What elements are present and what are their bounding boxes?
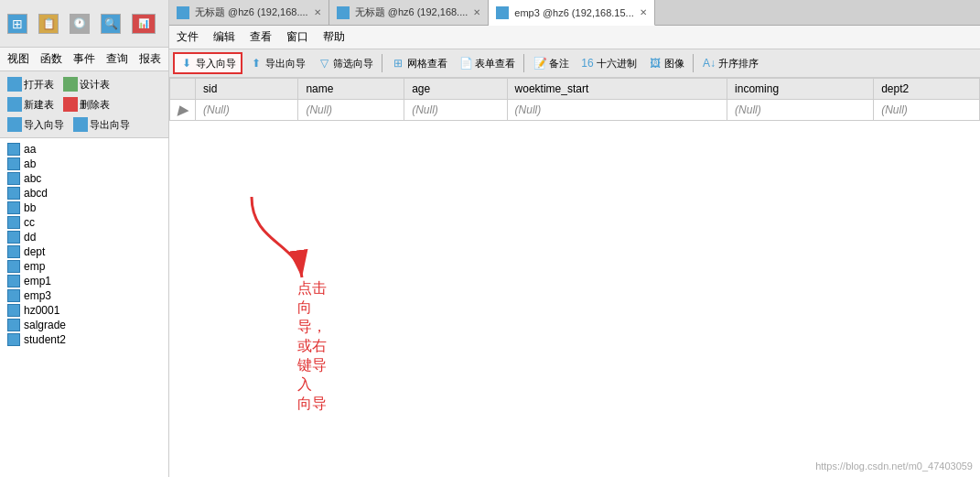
table-list-item[interactable]: abcd [0, 186, 168, 201]
sidebar-icon-1[interactable]: ⊞ [4, 12, 31, 36]
export-wizard-icon: ⬆ [249, 56, 264, 70]
table-area[interactable]: sid name age woektime_start incoming dep… [169, 78, 980, 477]
col-woektime-start[interactable]: woektime_start [507, 79, 727, 100]
cell-woektime[interactable]: (Null) [507, 100, 727, 121]
toolbar-separator-2 [523, 54, 524, 72]
tab-close-0[interactable]: ✕ [314, 7, 321, 17]
table-item-icon [7, 245, 20, 258]
sort-icon: A↓ [702, 56, 716, 70]
tab-icon-2 [496, 6, 509, 19]
export-wizard-button[interactable]: ⬆ 导出向导 [244, 54, 310, 72]
grid-view-button[interactable]: ⊞ 网格查看 [386, 54, 452, 72]
table-list-item[interactable]: dd [0, 230, 168, 244]
menu-edit[interactable]: 编辑 [213, 29, 235, 45]
col-dept2[interactable]: dept2 [874, 79, 980, 100]
export-wizard-sidebar-icon [73, 117, 88, 132]
import-wizard-sidebar-button[interactable]: 导入向导 [4, 115, 68, 134]
table-item-icon [7, 319, 20, 331]
import-wizard-button[interactable]: ⬇ 导入向导 [173, 52, 242, 74]
table-item-icon [7, 201, 20, 214]
new-table-button[interactable]: 新建表 [4, 95, 58, 114]
sidebar-menu-functions[interactable]: 函数 [40, 51, 62, 67]
cell-dept2[interactable]: (Null) [874, 100, 980, 121]
col-indicator [170, 79, 196, 100]
annotation-arrow [224, 188, 334, 288]
table-item-icon [7, 216, 20, 229]
note-icon: 📝 [533, 56, 547, 70]
design-table-button[interactable]: 设计表 [59, 75, 113, 93]
tab-1[interactable]: 无标题 @hz6 (192,168.... ✕ [329, 0, 490, 25]
menu-view[interactable]: 查看 [250, 29, 272, 45]
menu-bar: 文件 编辑 查看 窗口 帮助 [169, 26, 980, 49]
toolbar-separator-3 [693, 54, 694, 72]
tab-0[interactable]: 无标题 @hz6 (192,168.... ✕ [169, 0, 329, 25]
table-list-item[interactable]: student2 [0, 332, 168, 347]
table-list-item[interactable]: dept [0, 244, 168, 259]
col-name[interactable]: name [298, 79, 404, 100]
cell-name[interactable]: (Null) [298, 100, 404, 121]
open-table-button[interactable]: 打开表 [4, 75, 58, 93]
col-age[interactable]: age [404, 79, 507, 100]
toolbar-separator-1 [382, 54, 382, 72]
import-wizard-sidebar-icon [7, 117, 22, 132]
watermark: https://blog.csdn.net/m0_47403059 [815, 461, 973, 472]
table-item-icon [7, 172, 20, 185]
data-table: sid name age woektime_start incoming dep… [169, 78, 980, 121]
sidebar-icon-3[interactable]: 🕐 [66, 12, 93, 36]
tab-close-2[interactable]: ✕ [640, 7, 647, 17]
table-list-item[interactable]: cc [0, 215, 168, 230]
sidebar-menu-query[interactable]: 查询 [106, 51, 128, 67]
tab-icon-0 [177, 6, 189, 19]
table-item-icon [7, 333, 20, 346]
col-incoming[interactable]: incoming [727, 79, 874, 100]
cell-age[interactable]: (Null) [404, 100, 507, 121]
row-indicator: ▶ [170, 100, 196, 121]
tab-bar: 无标题 @hz6 (192,168.... ✕ 无标题 @hz6 (192,16… [169, 0, 980, 26]
table-row[interactable]: ▶ (Null) (Null) (Null) (Null) (Null) (Nu… [170, 100, 980, 121]
sort-button[interactable]: A↓ 升序排序 [697, 54, 763, 72]
table-list-item[interactable]: salgrade [0, 318, 168, 332]
table-list-item[interactable]: aa [0, 142, 168, 157]
delete-table-button[interactable]: 删除表 [59, 95, 113, 114]
table-list-item[interactable]: abc [0, 171, 168, 186]
table-item-icon [7, 260, 20, 273]
table-item-icon [7, 275, 20, 287]
main-area: 无标题 @hz6 (192,168.... ✕ 无标题 @hz6 (192,16… [169, 0, 980, 477]
new-table-icon [7, 97, 22, 112]
tab-2[interactable]: emp3 @hz6 (192,168.15... ✕ [489, 0, 654, 26]
sidebar-icon-5[interactable]: 📊 [128, 12, 159, 36]
table-list-item[interactable]: emp [0, 259, 168, 274]
hex-button[interactable]: 16 十六进制 [576, 54, 641, 72]
cell-incoming[interactable]: (Null) [727, 100, 874, 121]
col-sid[interactable]: sid [196, 79, 298, 100]
table-list-item[interactable]: emp1 [0, 274, 168, 288]
table-list-item[interactable]: bb [0, 201, 168, 215]
menu-window[interactable]: 窗口 [286, 29, 308, 45]
sidebar-menu-view[interactable]: 视图 [7, 51, 29, 67]
table-list-item[interactable]: emp3 [0, 288, 168, 303]
sidebar-menu-events[interactable]: 事件 [73, 51, 95, 67]
cell-sid[interactable]: (Null) [196, 100, 298, 121]
table-list-item[interactable]: hz0001 [0, 303, 168, 318]
main-toolbar: ⬇ 导入向导 ⬆ 导出向导 ▽ 筛选向导 ⊞ 网格查看 📄 表单查看 📝 备注 … [169, 49, 980, 78]
table-item-icon [7, 187, 20, 200]
filter-icon: ▽ [317, 56, 331, 70]
tab-icon-1 [337, 6, 350, 19]
note-button[interactable]: 📝 备注 [528, 54, 574, 72]
table-item-icon [7, 304, 20, 317]
menu-help[interactable]: 帮助 [323, 29, 345, 45]
filter-wizard-button[interactable]: ▽ 筛选向导 [312, 54, 378, 72]
image-button[interactable]: 🖼 图像 [643, 54, 689, 72]
sidebar: ⊞ 📋 🕐 🔍 📊 视图 函数 事件 查询 报表 打开表 设计表 [0, 0, 169, 477]
tab-close-1[interactable]: ✕ [473, 7, 480, 17]
form-view-button[interactable]: 📄 表单查看 [454, 54, 520, 72]
menu-file[interactable]: 文件 [177, 29, 199, 45]
table-header-row: sid name age woektime_start incoming dep… [170, 79, 980, 100]
export-wizard-sidebar-button[interactable]: 导出向导 [70, 115, 134, 134]
sidebar-icon-4[interactable]: 🔍 [97, 12, 124, 36]
table-item-icon [7, 157, 20, 170]
table-list-item[interactable]: ab [0, 157, 168, 171]
sidebar-menu-report[interactable]: 报表 [139, 51, 161, 67]
sidebar-icon-2[interactable]: 📋 [35, 12, 62, 36]
sidebar-toolbar: ⊞ 📋 🕐 🔍 📊 [0, 0, 168, 48]
